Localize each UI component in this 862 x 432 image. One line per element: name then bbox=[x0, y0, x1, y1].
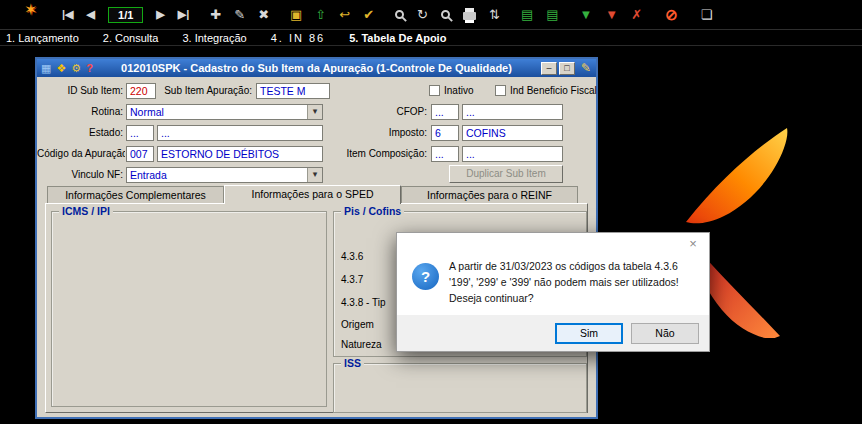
search-icon bbox=[395, 10, 404, 19]
tab-informacoes-complementares[interactable]: Informações Complementares bbox=[47, 186, 224, 203]
window-titlebar[interactable]: ▦ ❖ ⚙ ? 012010SPK - Cadastro do Sub Item… bbox=[37, 59, 596, 77]
iss-group bbox=[333, 363, 587, 413]
pis-row-437-label: 4.3.7 bbox=[341, 272, 363, 288]
codigo-apuracao-code-field[interactable]: 007 bbox=[126, 146, 154, 162]
titlebar-icons: ▦ ❖ ⚙ ? bbox=[37, 62, 93, 75]
sub-item-apuracao-label: Sub Item Apuração: bbox=[155, 83, 252, 99]
preview-icon bbox=[441, 10, 450, 19]
estado-label: Estado: bbox=[37, 125, 123, 141]
imposto-code-field[interactable]: 6 bbox=[431, 125, 459, 141]
maximize-button[interactable]: □ bbox=[559, 62, 575, 75]
dialog-footer: Sim Não bbox=[397, 315, 709, 351]
menu-item-lancamento[interactable]: 1. Lançamento bbox=[6, 32, 79, 44]
gear-icon[interactable]: ⚙ bbox=[71, 62, 81, 75]
nao-button[interactable]: Não bbox=[631, 323, 699, 344]
toolbar-add-button[interactable]: ✚ bbox=[210, 8, 221, 21]
item-composicao-desc-field[interactable]: ... bbox=[462, 146, 563, 162]
app-logo-icon: ✶ bbox=[24, 0, 37, 19]
menu-item-in86[interactable]: 4. IN 86 bbox=[271, 32, 326, 44]
sim-button[interactable]: Sim bbox=[555, 323, 623, 344]
icms-ipi-group-title: ICMS / IPI bbox=[59, 205, 113, 217]
pis-cofins-group-title: Pis / Cofins bbox=[341, 205, 404, 217]
toolbar-export-grid-button[interactable]: ▤ bbox=[521, 8, 533, 21]
toolbar-export-sheet-button[interactable]: ▤ bbox=[546, 8, 558, 21]
cfop-label: CFOP: bbox=[337, 104, 427, 120]
desktop: ✶ |◀ ◀ 1/1 ▶ ▶| ✚ ✎ ✖ ▣ ⇧ ↩ ✔ ↻ ⇅ ▤ ▤ ▼ … bbox=[0, 0, 862, 432]
codigo-apuracao-desc-field[interactable]: ESTORNO DE DÉBITOS bbox=[157, 146, 323, 162]
ind-beneficio-fiscal-label: Ind Beneficio Fiscal bbox=[510, 83, 615, 99]
ind-beneficio-fiscal-checkbox[interactable] bbox=[495, 85, 506, 96]
minimize-button[interactable]: – bbox=[541, 62, 557, 75]
toolbar-first-record-button[interactable]: |◀ bbox=[62, 9, 74, 20]
toolbar-save-button[interactable]: ▣ bbox=[290, 8, 302, 21]
toolbar-window-button[interactable]: ❏ bbox=[701, 8, 713, 21]
grid-icon: ▦ bbox=[41, 62, 51, 75]
toolbar-clear-filter-button[interactable]: ▼ bbox=[605, 8, 618, 21]
rotina-value: Normal bbox=[130, 106, 164, 118]
inativo-label: Inativo bbox=[444, 83, 496, 99]
vinculo-nf-value: Entrada bbox=[130, 169, 167, 181]
toolbar-sort-button[interactable]: ⇅ bbox=[489, 8, 500, 21]
inativo-checkbox[interactable] bbox=[429, 85, 440, 96]
toolbar-print-button[interactable] bbox=[463, 11, 476, 19]
pis-row-origem-label: Origem bbox=[341, 317, 374, 333]
menu-item-consulta[interactable]: 2. Consulta bbox=[103, 32, 159, 44]
toolbar-filter-button[interactable]: ▼ bbox=[579, 8, 592, 21]
duplicar-sub-item-button: Duplicar Sub Item bbox=[449, 165, 563, 183]
icms-ipi-group bbox=[51, 211, 327, 407]
toolbar-next-record-button[interactable]: ▶ bbox=[156, 9, 164, 20]
rotina-label: Rotina: bbox=[37, 104, 123, 120]
toolbar-exit-button[interactable]: ⊘ bbox=[665, 7, 678, 22]
estado-code-field[interactable]: ... bbox=[126, 125, 154, 141]
toolbar-search-button[interactable] bbox=[395, 10, 404, 19]
imposto-desc-field[interactable]: COFINS bbox=[462, 125, 563, 141]
tab-informacoes-reinf[interactable]: Informações para o REINF bbox=[401, 186, 578, 203]
pis-row-438-label: 4.3.8 - Tip bbox=[341, 295, 385, 311]
record-counter: 1/1 bbox=[108, 7, 143, 23]
vinculo-nf-select[interactable]: Entrada bbox=[126, 167, 323, 183]
toolbar-preview-button[interactable] bbox=[441, 10, 450, 19]
star-icon: ❖ bbox=[56, 62, 66, 75]
pis-row-436-label: 4.3.6 bbox=[341, 249, 363, 265]
vinculo-nf-label: Vinculo NF: bbox=[37, 167, 123, 183]
item-composicao-label: Item Composição: bbox=[323, 146, 427, 162]
iss-group-title: ISS bbox=[341, 357, 364, 369]
imposto-label: Imposto: bbox=[337, 125, 427, 141]
toolbar-undo-button[interactable]: ↩ bbox=[339, 8, 350, 21]
cfop-desc-field[interactable]: ... bbox=[462, 104, 563, 120]
sub-item-apuracao-field[interactable]: TESTE M bbox=[256, 83, 330, 99]
rotina-select[interactable]: Normal bbox=[126, 104, 323, 120]
dialog-message: A partir de 31/03/2023 os códigos da tab… bbox=[449, 259, 701, 306]
id-sub-item-field[interactable]: 220 bbox=[126, 83, 156, 99]
toolbar: ✶ |◀ ◀ 1/1 ▶ ▶| ✚ ✎ ✖ ▣ ⇧ ↩ ✔ ↻ ⇅ ▤ ▤ ▼ … bbox=[0, 0, 862, 30]
toolbar-clear-button[interactable]: ✗ bbox=[631, 8, 642, 21]
toolbar-refresh-button[interactable]: ↻ bbox=[417, 8, 428, 21]
question-icon: ? bbox=[412, 263, 439, 290]
tab-informacoes-sped[interactable]: Informações para o SPED bbox=[224, 185, 401, 204]
menu-item-integracao[interactable]: 3. Integração bbox=[182, 32, 246, 44]
toolbar-edit-button[interactable]: ✎ bbox=[234, 8, 245, 21]
bottom-strip bbox=[0, 424, 862, 432]
toolbar-delete-button[interactable]: ✖ bbox=[258, 8, 269, 21]
toolbar-prev-record-button[interactable]: ◀ bbox=[87, 9, 95, 20]
item-composicao-code-field[interactable]: ... bbox=[431, 146, 459, 162]
confirmation-dialog: × ? A partir de 31/03/2023 os códigos da… bbox=[396, 232, 710, 352]
toolbar-last-record-button[interactable]: ▶| bbox=[178, 9, 190, 20]
printer-icon bbox=[463, 12, 476, 20]
window-controls: – □ ✎ bbox=[539, 61, 596, 75]
dialog-close-icon[interactable]: × bbox=[679, 235, 707, 254]
codigo-apuracao-label: Código da Apuração: bbox=[37, 146, 125, 162]
menu-bar: 1. Lançamento 2. Consulta 3. Integração … bbox=[0, 30, 862, 46]
toolbar-confirm-button[interactable]: ✔ bbox=[363, 8, 374, 21]
menu-item-tabela-de-apoio[interactable]: 5. Tabela De Apoio bbox=[349, 32, 446, 44]
pis-row-natureza-label: Natureza bbox=[341, 337, 382, 353]
window-title: 012010SPK - Cadastro do Sub Item da Apur… bbox=[107, 62, 526, 74]
cfop-code-field[interactable]: ... bbox=[431, 104, 459, 120]
id-sub-item-label: ID Sub Item: bbox=[37, 83, 123, 99]
toolbar-post-button[interactable]: ⇧ bbox=[315, 8, 326, 21]
edit-mode-icon[interactable]: ✎ bbox=[581, 61, 591, 75]
help-icon[interactable]: ? bbox=[86, 62, 93, 75]
estado-desc-field[interactable]: ... bbox=[157, 125, 323, 141]
